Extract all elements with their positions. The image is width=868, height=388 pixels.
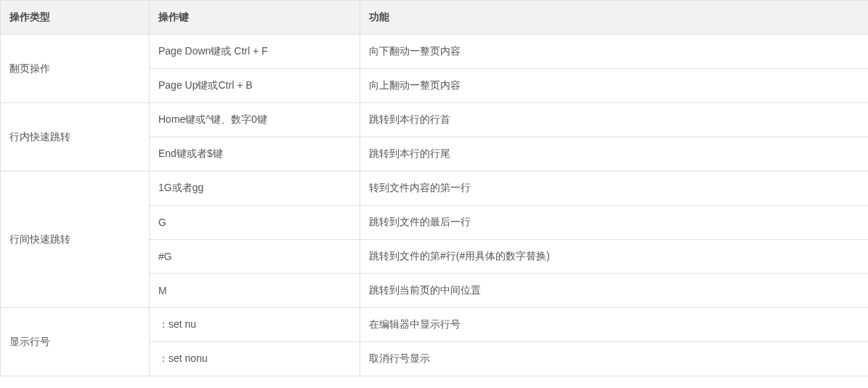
op-func-cell: 跳转到本行的行尾: [360, 137, 869, 171]
op-func-cell: 转到文件内容的第一行: [360, 171, 869, 206]
op-key-cell: ：set nonu: [150, 342, 360, 376]
table-row: 翻页操作 Page Down键或 Ctrl + F 向下翻动一整页内容: [1, 35, 869, 69]
keyboard-shortcuts-table: 操作类型 操作键 功能 翻页操作 Page Down键或 Ctrl + F 向下…: [0, 0, 868, 376]
table-header-row: 操作类型 操作键 功能: [1, 1, 869, 35]
op-func-cell: 在编辑器中显示行号: [360, 308, 869, 342]
op-type-cell: 显示行号: [1, 308, 150, 376]
op-type-cell: 翻页操作: [1, 35, 150, 103]
op-key-cell: Page Down键或 Ctrl + F: [150, 35, 360, 69]
op-key-cell: 1G或者gg: [150, 171, 360, 206]
op-key-cell: #G: [150, 240, 360, 274]
op-key-cell: Page Up键或Ctrl + B: [150, 69, 360, 103]
op-func-cell: 取消行号显示: [360, 342, 869, 376]
op-func-cell: 向下翻动一整页内容: [360, 35, 869, 69]
op-func-cell: 跳转到本行的行首: [360, 103, 869, 137]
op-func-cell: 向上翻动一整页内容: [360, 69, 869, 103]
table-row: 行内快速跳转 Home键或^键、数字0键 跳转到本行的行首: [1, 103, 869, 137]
op-key-cell: End键或者$键: [150, 137, 360, 171]
op-key-cell: Home键或^键、数字0键: [150, 103, 360, 137]
header-func: 功能: [360, 1, 869, 35]
op-key-cell: ：set nu: [150, 308, 360, 342]
op-type-cell: 行内快速跳转: [1, 103, 150, 171]
header-type: 操作类型: [1, 1, 150, 35]
op-func-cell: 跳转到文件的第#行(#用具体的数字替换): [360, 240, 869, 274]
table-row: 显示行号 ：set nu 在编辑器中显示行号: [1, 308, 869, 342]
op-type-cell: 行间快速跳转: [1, 171, 150, 308]
header-key: 操作键: [150, 1, 360, 35]
table-row: 行间快速跳转 1G或者gg 转到文件内容的第一行: [1, 171, 869, 206]
op-key-cell: M: [150, 274, 360, 308]
op-func-cell: 跳转到文件的最后一行: [360, 206, 869, 240]
op-func-cell: 跳转到当前页的中间位置: [360, 274, 869, 308]
op-key-cell: G: [150, 206, 360, 240]
